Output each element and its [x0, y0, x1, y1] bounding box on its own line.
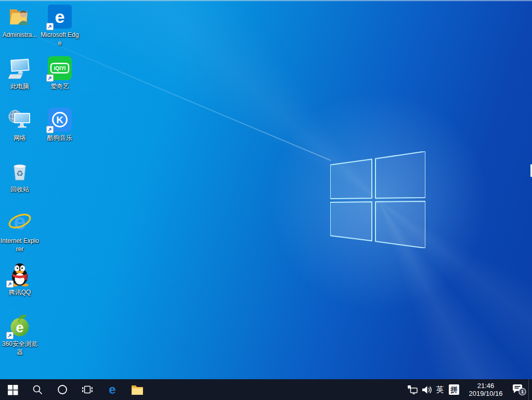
- file-explorer-icon: [131, 384, 144, 395]
- network-icon: [7, 107, 32, 132]
- windows-start-icon: [7, 384, 18, 395]
- taskbar-file-explorer-button[interactable]: [125, 379, 150, 400]
- search-button[interactable]: [25, 379, 50, 400]
- tray-date: 2019/10/16: [464, 390, 508, 397]
- desktop-icon-internet-explorer[interactable]: e Internet Explorer: [0, 210, 40, 253]
- desktop-icon-label: 腾讯QQ: [9, 288, 31, 296]
- shortcut-arrow-badge: [6, 332, 14, 339]
- search-icon: [32, 384, 43, 395]
- recycle-bin-icon: ♻: [7, 159, 32, 184]
- action-center-button[interactable]: 1: [510, 379, 528, 400]
- desktop-wallpaper[interactable]: Administra... e Microsoft Edge: [0, 0, 532, 379]
- iqiyi-icon: iQIYI: [47, 56, 72, 81]
- start-button[interactable]: [0, 379, 25, 400]
- tencent-qq-icon: [7, 262, 32, 287]
- administrator-folder-icon: [7, 4, 32, 29]
- desktop-icon-iqiyi[interactable]: iQIYI 爱奇艺: [40, 56, 80, 91]
- desktop-icon-label: Microsoft Edge: [40, 31, 80, 47]
- desktop-icon-label: 360安全浏览器: [0, 340, 40, 356]
- desktop-icon-administrator[interactable]: Administra...: [0, 4, 40, 39]
- microsoft-edge-icon: e: [106, 383, 119, 396]
- microsoft-edge-icon: e: [47, 4, 72, 29]
- desktop-icon-label: 爱奇艺: [50, 82, 69, 91]
- desktop-icon-label: 酷狗音乐: [47, 134, 72, 142]
- 360-safe-browser-icon: e: [7, 313, 32, 338]
- screen-top-edge-highlight: [0, 0, 532, 2]
- svg-text:iQIYI: iQIYI: [54, 66, 66, 71]
- desktop-icon-label: 此电脑: [10, 82, 29, 91]
- wired-network-icon: [407, 385, 418, 394]
- ime-language-indicator[interactable]: 英: [434, 385, 446, 395]
- desktop-icon-microsoft-edge[interactable]: e Microsoft Edge: [40, 4, 80, 47]
- desktop-icon-network[interactable]: 网络: [0, 107, 40, 142]
- shortcut-arrow-badge: [46, 23, 54, 30]
- desktop-icon-label: 网络: [14, 134, 26, 142]
- shortcut-arrow-badge: [46, 74, 54, 82]
- internet-explorer-icon: e: [7, 210, 32, 235]
- desktop-icon-this-pc[interactable]: 此电脑: [0, 56, 40, 91]
- taskbar: e: [0, 379, 532, 400]
- desktop-icon-label: Internet Explorer: [0, 237, 40, 253]
- notification-badge: 1: [521, 389, 524, 394]
- desktop-icon-kugou[interactable]: K 酷狗音乐: [40, 107, 80, 142]
- task-view-icon: [82, 384, 93, 395]
- this-pc-icon: [7, 56, 32, 81]
- action-center-icon: 1: [511, 383, 527, 396]
- shortcut-arrow-badge: [46, 126, 54, 133]
- desktop-icon-label: Administra...: [3, 31, 37, 39]
- show-desktop-button[interactable]: [528, 379, 532, 400]
- desktop-icon-tencent-qq[interactable]: 腾讯QQ: [0, 262, 40, 296]
- svg-text:K: K: [56, 114, 63, 125]
- kugou-music-icon: K: [47, 107, 72, 132]
- svg-text:e: e: [16, 320, 23, 336]
- volume-tray-icon[interactable]: [419, 379, 434, 400]
- speaker-icon: [422, 385, 432, 394]
- windows-logo: [330, 151, 425, 248]
- ime-mode-indicator[interactable]: 拼: [449, 384, 459, 395]
- svg-text:e: e: [55, 7, 65, 27]
- shortcut-arrow-badge: [6, 280, 14, 288]
- cortana-circle-icon: [57, 384, 68, 395]
- windows-desktop-screen: Administra... e Microsoft Edge: [0, 0, 532, 400]
- svg-text:e: e: [109, 383, 115, 396]
- desktop-icon-recycle-bin[interactable]: ♻ 回收站: [0, 159, 40, 193]
- task-view-button[interactable]: [75, 379, 100, 400]
- tray-time: 21:46: [464, 382, 508, 390]
- taskbar-edge-button[interactable]: e: [100, 379, 125, 400]
- desktop-icon-360-browser[interactable]: e 360安全浏览器: [0, 313, 40, 356]
- svg-text:♻: ♻: [16, 169, 23, 178]
- cortana-button[interactable]: [50, 379, 75, 400]
- system-tray: 英 拼 21:46 2019/10/16 1: [406, 379, 532, 400]
- wallpaper-light-rays: [0, 0, 532, 379]
- network-tray-icon[interactable]: [406, 379, 419, 400]
- desktop-icon-label: 回收站: [10, 185, 29, 193]
- taskbar-clock[interactable]: 21:46 2019/10/16: [464, 382, 508, 397]
